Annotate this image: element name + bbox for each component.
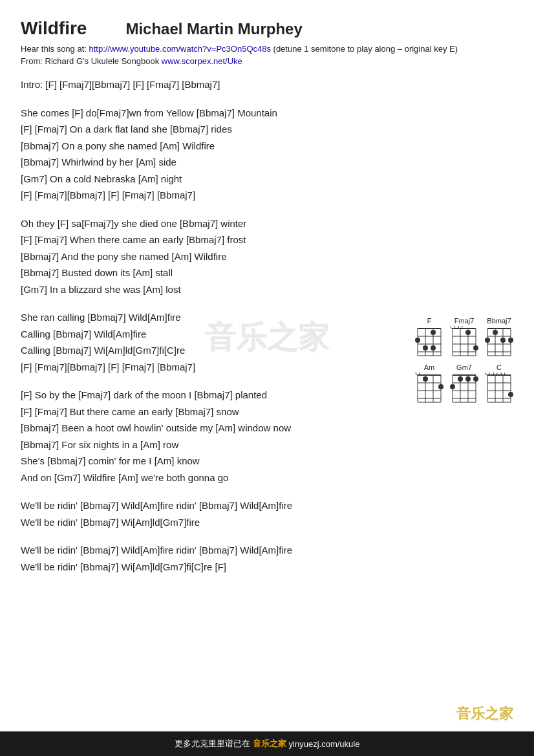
verse1-line-3: [Bbmaj7] On a pony she named [Am] Wildfi…	[21, 138, 513, 155]
verse2-line-2: [F] [Fmaj7] When there came an early [Bb…	[21, 232, 513, 248]
svg-point-49	[423, 376, 428, 382]
chord-row-2: Am Gm7	[415, 363, 513, 405]
hear-link[interactable]: http://www.youtube.com/watch?v=Pc3On5Qc4…	[89, 44, 271, 54]
artist-name: Michael Martin Murphey	[125, 20, 302, 38]
verse2-line-1: Oh they [F] sa[Fmaj7]y she died one [Bbm…	[21, 215, 513, 232]
verse1-line-2: [F] [Fmaj7] On a dark flat land she [Bbm…	[21, 121, 513, 138]
chord-name-Bbmaj7: Bbmaj7	[487, 317, 511, 325]
chord-name-Am: Am	[424, 363, 435, 371]
chorus2-line-1: We'll be ridin' [Bbmaj7] Wild[Am]fire ri…	[21, 497, 513, 514]
from-row: From: Richard G's Ukulele Songbook www.s…	[21, 56, 513, 66]
verse1-line-5: [Gm7] On a cold Nebraska [Am] night	[21, 171, 513, 188]
chord-row-1: F Fmaj7	[415, 317, 513, 358]
svg-point-35	[485, 338, 490, 343]
chord-diagram-Gm7: Gm7	[450, 363, 478, 405]
verse1-line-4: [Bbmaj7] Whirlwind by her [Am] side	[21, 154, 513, 171]
verse2-line-4: [Bbmaj7] Busted down its [Am] stall	[21, 265, 513, 281]
svg-point-36	[493, 330, 498, 335]
svg-point-60	[450, 384, 455, 389]
svg-point-38	[508, 338, 513, 343]
svg-point-12	[431, 345, 436, 351]
hear-suffix: (detune 1 semitone to play along – origi…	[271, 44, 458, 54]
intro-line-1: Intro: [F] [Fmaj7][Bbmaj7] [F] [Fmaj7] […	[21, 76, 513, 93]
svg-point-10	[415, 338, 420, 343]
verse3-line-5: She's [Bbmaj7] comin' for me I [Am] know	[21, 453, 513, 470]
verse3-line-2: [F] [Fmaj7] But there came an early [Bbm…	[21, 404, 513, 420]
chorus2-section: We'll be ridin' [Bbmaj7] Wild[Am]fire ri…	[21, 497, 513, 530]
hear-prefix: Hear this song at:	[21, 44, 89, 54]
svg-point-24	[465, 330, 471, 335]
chord-diagram-Fmaj7: Fmaj7	[450, 317, 478, 358]
chord-diagram-Am: Am	[415, 363, 443, 405]
verse3-line-4: [Bbmaj7] For six nights in a [Am] row	[21, 437, 513, 453]
footer-url: yinyuezj.com/ukule	[289, 739, 360, 749]
from-link[interactable]: www.scorpex.net/Uke	[162, 56, 242, 66]
chord-name-F: F	[427, 317, 432, 325]
chorus2-line-2: We'll be ridin' [Bbmaj7] Wi[Am]ld[Gm7]fi…	[21, 514, 513, 531]
hear-row: Hear this song at: http://www.youtube.co…	[21, 44, 513, 54]
svg-point-63	[473, 376, 478, 382]
chord-diagrams: F Fmaj7	[415, 317, 513, 405]
chorus3-section: We'll be ridin' [Bbmaj7] Wild[Am]fire ri…	[21, 542, 513, 575]
svg-point-50	[438, 384, 443, 389]
title-row: Wildfire Michael Martin Murphey	[21, 18, 513, 39]
chord-name-C: C	[497, 363, 502, 371]
svg-point-76	[508, 392, 513, 397]
chord-name-Fmaj7: Fmaj7	[454, 317, 475, 325]
svg-point-61	[458, 376, 463, 382]
chord-diagram-F: F	[415, 317, 443, 358]
chord-diagram-C: C	[485, 363, 513, 405]
svg-point-25	[473, 345, 478, 351]
svg-point-62	[465, 376, 471, 382]
chorus3-line-2: We'll be ridin' [Bbmaj7] Wi[Am]ld[Gm7]fi…	[21, 559, 513, 576]
footer-highlight: 音乐之家	[253, 738, 286, 750]
svg-point-11	[423, 345, 428, 351]
logo-bottom-right: 音乐之家	[456, 704, 513, 724]
verse1-section: She comes [F] do[Fmaj7]wn from Yellow [B…	[21, 105, 513, 204]
svg-point-37	[500, 338, 506, 343]
chord-diagram-Bbmaj7: Bbmaj7	[485, 317, 513, 358]
chorus3-line-1: We'll be ridin' [Bbmaj7] Wild[Am]fire ri…	[21, 542, 513, 559]
svg-point-9	[431, 330, 436, 335]
footer-bar: 更多尤克里里谱已在 音乐之家 yinyuezj.com/ukule	[0, 731, 534, 756]
song-title: Wildfire	[21, 18, 87, 39]
verse1-line-1: She comes [F] do[Fmaj7]wn from Yellow [B…	[21, 105, 513, 122]
from-prefix: From: Richard G's Ukulele Songbook	[21, 56, 162, 66]
intro-section: Intro: [F] [Fmaj7][Bbmaj7] [F] [Fmaj7] […	[21, 76, 513, 93]
verse2-section: Oh they [F] sa[Fmaj7]y she died one [Bbm…	[21, 215, 513, 298]
verse1-line-6: [F] [Fmaj7][Bbmaj7] [F] [Fmaj7] [Bbmaj7]	[21, 187, 513, 204]
verse3-line-3: [Bbmaj7] Been a hoot owl howlin' outside…	[21, 420, 513, 437]
verse2-line-5: [Gm7] In a blizzard she was [Am] lost	[21, 281, 513, 298]
verse3-line-6: And on [Gm7] Wildfire [Am] we're both go…	[21, 470, 513, 486]
chord-name-Gm7: Gm7	[456, 363, 472, 371]
verse2-line-3: [Bbmaj7] And the pony she named [Am] Wil…	[21, 248, 513, 265]
footer-text: 更多尤克里里谱已在	[175, 738, 250, 750]
